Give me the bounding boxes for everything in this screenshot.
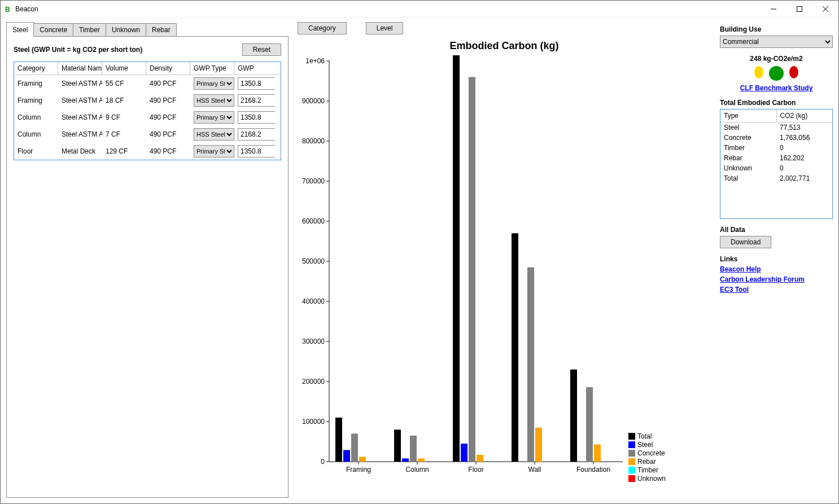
svg-rect-52 [586, 387, 593, 462]
category-button[interactable]: Category [298, 22, 347, 34]
tec-table: Type CO2 (kg) Steel77,513Concrete1,763,0… [720, 109, 833, 219]
svg-rect-35 [402, 458, 409, 462]
maximize-button[interactable] [786, 1, 812, 17]
svg-text:100000: 100000 [302, 418, 325, 426]
table-row: ColumnSteel ASTM A57 CF490 PCFHSS Steel [14, 126, 281, 143]
legend-swatch [628, 433, 635, 440]
legend-label: Rebar [637, 458, 656, 466]
app-logo: B [5, 6, 12, 12]
gwp-type-select[interactable]: Primary St [194, 77, 234, 90]
column-header[interactable]: GWP Type [190, 62, 234, 74]
svg-rect-48 [535, 428, 542, 462]
svg-text:600000: 600000 [302, 217, 325, 225]
svg-text:Column: Column [405, 466, 429, 474]
status-dot-red [789, 66, 798, 78]
tec-row: Total2,002,771 [720, 173, 832, 183]
cell-volume: 55 CF [102, 78, 146, 89]
chart: 0100000200000300000400000500000600000700… [295, 55, 657, 490]
tab-rebar[interactable]: Rebar [146, 23, 177, 37]
building-use-select[interactable]: Commercial [720, 36, 833, 48]
table-row: FramingSteel ASTM A518 CF490 PCFHSS Stee… [14, 92, 281, 109]
legend-label: Timber [637, 466, 658, 474]
legend-label: Steel [637, 441, 653, 449]
gwp-input[interactable] [238, 145, 275, 157]
svg-text:1e+06: 1e+06 [305, 57, 325, 65]
svg-text:200000: 200000 [302, 378, 325, 385]
cell-category: Framing [14, 78, 58, 89]
svg-rect-41 [461, 444, 467, 462]
tab-unknown[interactable]: Unknown [106, 23, 146, 37]
material-panel: Steel (GWP Unit = kg CO2 per short ton) … [6, 36, 289, 498]
cell-density: 490 PCF [146, 146, 190, 156]
table-row: ColumnSteel ASTM A99 CF490 PCFPrimary St [14, 109, 281, 126]
cell-category: Framing [14, 95, 58, 106]
cell-material: Steel ASTM A9 [58, 78, 102, 89]
gwp-input[interactable] [238, 111, 275, 124]
reset-button[interactable]: Reset [242, 43, 281, 56]
gwp-type-select[interactable]: Primary St [194, 145, 234, 157]
column-header[interactable]: Category [14, 62, 58, 74]
tec-row: Steel77,513 [720, 122, 832, 133]
table-row: FramingSteel ASTM A955 CF490 PCFPrimary … [14, 75, 281, 92]
svg-text:400000: 400000 [302, 297, 325, 305]
gwp-input[interactable] [238, 77, 275, 90]
cell-volume: 18 CF [102, 95, 146, 106]
cell-density: 490 PCF [146, 129, 190, 139]
column-header[interactable]: Density [146, 62, 190, 74]
status-dot-green [769, 66, 784, 81]
gwp-type-select[interactable]: HSS Steel [194, 94, 234, 107]
legend-swatch [628, 458, 635, 465]
tec-row: Unknown0 [720, 163, 832, 173]
carbon-metric: 248 kg-CO2e/m2 [720, 55, 833, 63]
link-beacon-help[interactable]: Beacon Help [720, 265, 833, 273]
download-button[interactable]: Download [720, 236, 771, 248]
legend-swatch [628, 475, 635, 482]
svg-rect-53 [594, 444, 601, 462]
link-ec3-tool[interactable]: EC3 Tool [720, 286, 833, 293]
column-header[interactable]: GWP [234, 62, 275, 74]
svg-text:700000: 700000 [302, 177, 325, 185]
svg-line-3 [823, 6, 828, 12]
svg-rect-36 [410, 436, 417, 462]
cell-density: 490 PCF [146, 95, 190, 106]
svg-text:Wall: Wall [528, 466, 541, 474]
table-row: FloorMetal Deck129 CF490 PCFPrimary St [14, 143, 281, 160]
svg-rect-31 [359, 457, 366, 462]
all-data-label: All Data [720, 226, 833, 234]
svg-rect-40 [453, 55, 460, 462]
gwp-type-select[interactable]: HSS Steel [194, 128, 234, 141]
links-label: Links [720, 255, 833, 263]
minimize-button[interactable] [761, 1, 786, 17]
gwp-type-select[interactable]: Primary St [194, 111, 234, 124]
material-grid: CategoryMaterial NameVolumeDensityGWP Ty… [14, 62, 281, 160]
legend-swatch [628, 450, 635, 457]
svg-rect-34 [394, 430, 401, 462]
svg-line-2 [823, 6, 828, 12]
legend-label: Total [637, 432, 652, 440]
svg-text:Foundation: Foundation [576, 466, 610, 474]
benchmark-link[interactable]: CLF Benchmark Study [740, 84, 813, 92]
cell-volume: 9 CF [102, 112, 146, 122]
close-button[interactable] [812, 1, 838, 17]
legend-label: Concrete [637, 449, 665, 457]
gwp-input[interactable] [238, 94, 275, 107]
tab-timber[interactable]: Timber [73, 23, 106, 37]
column-header[interactable]: Volume [102, 62, 146, 74]
cell-density: 490 PCF [146, 112, 190, 122]
cell-volume: 129 CF [102, 146, 146, 156]
svg-rect-47 [527, 268, 534, 462]
status-dot-yellow [754, 66, 763, 78]
titlebar: B Beacon [1, 1, 838, 17]
cell-material: Steel ASTM A9 [58, 112, 102, 122]
link-carbon-leadership-forum[interactable]: Carbon Leadership Forum [720, 275, 833, 283]
chart-title: Embodied Carbon (kg) [295, 38, 713, 55]
svg-rect-37 [418, 458, 425, 462]
column-header[interactable]: Material Name [58, 62, 102, 74]
svg-text:300000: 300000 [302, 338, 325, 345]
gwp-input[interactable] [238, 128, 275, 141]
level-button[interactable]: Level [366, 22, 404, 34]
cell-category: Floor [14, 146, 58, 156]
tec-row: Concrete1,763,056 [720, 133, 832, 143]
tab-concrete[interactable]: Concrete [34, 23, 73, 37]
tab-steel[interactable]: Steel [6, 22, 34, 37]
